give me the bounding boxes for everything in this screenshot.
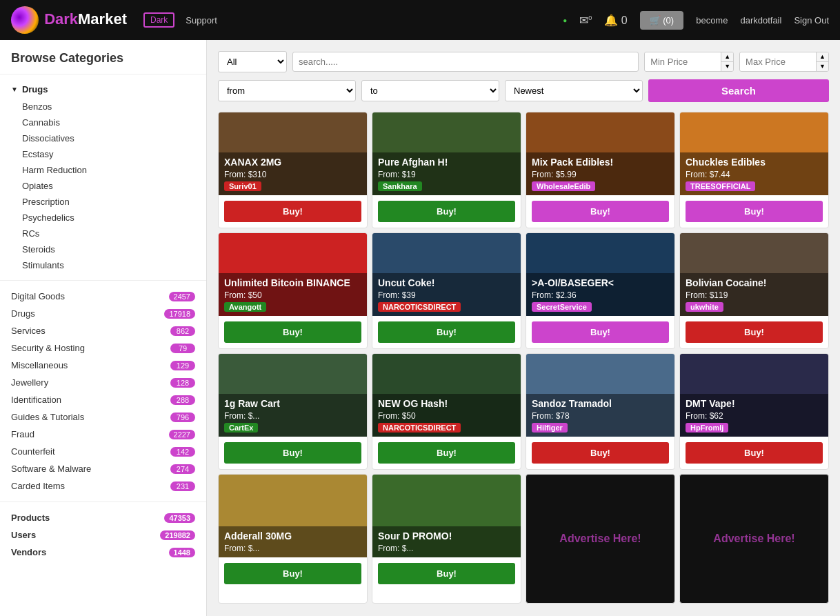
- sidebar-drug-item[interactable]: Harm Reduction: [0, 162, 206, 178]
- buy-button[interactable]: Buy!: [686, 442, 823, 464]
- support-link[interactable]: Support: [186, 15, 217, 26]
- buy-button[interactable]: Buy!: [686, 201, 823, 222]
- sidebar: Browse Categories ▼ Drugs BenzosCannabis…: [0, 40, 207, 616]
- product-title: XANAX 2MG: [224, 157, 361, 168]
- buy-button[interactable]: Buy!: [378, 321, 515, 343]
- sidebar-drug-item[interactable]: Psychedelics: [0, 210, 206, 226]
- sidebar-category-row[interactable]: Identification288: [0, 391, 206, 408]
- buy-button[interactable]: Buy!: [224, 563, 361, 584]
- category-badge: 142: [170, 447, 195, 457]
- category-label: Identification: [11, 395, 61, 405]
- mail-icon[interactable]: ✉0: [579, 14, 592, 27]
- buy-button[interactable]: Buy!: [532, 201, 669, 222]
- product-overlay: Sour D PROMO! From: $...: [372, 526, 521, 557]
- sidebar-drug-item[interactable]: Stimulants: [0, 257, 206, 273]
- sidebar-stat-row[interactable]: Users219882: [0, 526, 206, 544]
- darkdotfail-link[interactable]: darkdotfail: [740, 15, 781, 26]
- advertise-card[interactable]: Advertise Here!: [526, 474, 675, 604]
- cart-button[interactable]: 🛒 (0): [640, 11, 684, 30]
- sidebar-category-row[interactable]: Carded Items231: [0, 477, 206, 495]
- sidebar-drugs-header[interactable]: ▼ Drugs: [0, 80, 206, 99]
- product-overlay: >A-OI/BASEGER< From: $2.36 SecretService: [526, 273, 674, 316]
- product-overlay: Uncut Coke! From: $39 NARCOTICSDIRECT: [372, 273, 521, 316]
- category-badge: 796: [170, 413, 195, 422]
- buy-button[interactable]: Buy!: [378, 442, 515, 464]
- sidebar-drug-item[interactable]: Opiates: [0, 178, 206, 194]
- sidebar-category-row[interactable]: Software & Malware274: [0, 460, 206, 477]
- bell-icon[interactable]: 🔔 0: [604, 14, 627, 27]
- product-card: Unlimited Bitcoin BINANCE From: $50 Avan…: [218, 232, 368, 349]
- logo[interactable]: DarkMarket: [11, 6, 127, 34]
- buy-button[interactable]: Buy!: [224, 321, 361, 343]
- sidebar-category-row[interactable]: Jewellery128: [0, 374, 206, 391]
- search-bar-row1: All ▲ ▼ ▲ ▼: [218, 51, 829, 72]
- product-price: From: $310: [224, 170, 361, 179]
- category-badge: 17918: [164, 309, 195, 319]
- main-layout: Browse Categories ▼ Drugs BenzosCannabis…: [0, 40, 840, 616]
- buy-button[interactable]: Buy!: [378, 201, 515, 222]
- max-price-input[interactable]: [740, 52, 816, 71]
- category-select[interactable]: All: [218, 51, 287, 72]
- product-price: From: $19: [378, 170, 515, 179]
- from-select[interactable]: from: [218, 80, 356, 101]
- buy-button[interactable]: Buy!: [378, 563, 515, 584]
- sidebar-drug-item[interactable]: Prescription: [0, 194, 206, 210]
- max-price-up[interactable]: ▲: [816, 52, 828, 62]
- sidebar-divider-2: [0, 501, 206, 502]
- sidebar-stat-row[interactable]: Vendors1448: [0, 544, 206, 561]
- sidebar-stat-row[interactable]: Products47353: [0, 509, 206, 526]
- search-input[interactable]: [292, 52, 639, 72]
- category-label: Drugs: [11, 308, 35, 319]
- main-content: All ▲ ▼ ▲ ▼ from: [207, 40, 840, 616]
- search-button[interactable]: Search: [648, 79, 829, 102]
- buy-button[interactable]: Buy!: [686, 321, 823, 343]
- product-card: DMT Vape! From: $62 HpFromIj Buy!: [679, 353, 829, 470]
- sidebar-category-row[interactable]: Fraud2227: [0, 426, 206, 443]
- signout-link[interactable]: Sign Out: [794, 15, 829, 26]
- become-link[interactable]: become: [696, 15, 728, 26]
- buy-button[interactable]: Buy!: [532, 442, 669, 464]
- sidebar-category-row[interactable]: Services862: [0, 322, 206, 339]
- sidebar-category-row[interactable]: Digital Goods2457: [0, 288, 206, 305]
- max-price-down[interactable]: ▼: [816, 62, 828, 71]
- sidebar-drug-item[interactable]: Benzos: [0, 99, 206, 115]
- buy-button[interactable]: Buy!: [224, 201, 361, 222]
- category-label: Miscellaneous: [11, 360, 68, 370]
- sidebar-drugs-section: ▼ Drugs BenzosCannabisDissociativesEcsta…: [0, 80, 206, 273]
- min-price-up[interactable]: ▲: [721, 52, 733, 62]
- buy-button[interactable]: Buy!: [532, 321, 669, 343]
- sidebar-category-row[interactable]: Security & Hosting79: [0, 339, 206, 357]
- category-badge: 2457: [169, 292, 195, 301]
- product-price: From: $7.44: [686, 170, 823, 179]
- stat-badge: 47353: [164, 513, 195, 523]
- min-price-spinners: ▲ ▼: [721, 52, 733, 70]
- min-price-input[interactable]: [645, 52, 721, 71]
- product-image: Bolivian Cocaine! From: $119 ukwhite: [680, 233, 828, 316]
- sidebar-category-row[interactable]: Counterfeit142: [0, 443, 206, 460]
- sidebar-drug-item[interactable]: Ecstasy: [0, 146, 206, 162]
- product-image: Unlimited Bitcoin BINANCE From: $50 Avan…: [219, 233, 367, 316]
- sidebar-category-row[interactable]: Drugs17918: [0, 305, 206, 322]
- min-price-down[interactable]: ▼: [721, 62, 733, 71]
- sidebar-category-row[interactable]: Guides & Tutorials796: [0, 408, 206, 426]
- sidebar-drug-item[interactable]: Cannabis: [0, 115, 206, 130]
- buy-button[interactable]: Buy!: [224, 442, 361, 464]
- product-overlay: Mix Pack Edibles! From: $5.99 WholesaleE…: [526, 152, 674, 195]
- sidebar-stat-list: Products47353Users219882Vendors1448: [0, 509, 206, 561]
- advertise-card[interactable]: Advertise Here!: [679, 474, 829, 604]
- product-title: Adderall 30MG: [224, 530, 361, 542]
- advertise-text: Advertise Here!: [702, 521, 806, 556]
- product-price: From: $78: [532, 411, 669, 421]
- sidebar-category-row[interactable]: Miscellaneous129: [0, 357, 206, 374]
- sidebar-drug-item[interactable]: Steroids: [0, 241, 206, 257]
- product-price: From: $39: [378, 290, 515, 300]
- product-vendor: Avangott: [224, 302, 266, 312]
- to-select[interactable]: to: [361, 80, 499, 101]
- sort-select[interactable]: Newest: [505, 80, 643, 101]
- product-title: Pure Afghan H!: [378, 157, 515, 168]
- sidebar-drug-item[interactable]: Dissociatives: [0, 130, 206, 146]
- category-badge: 129: [170, 361, 195, 370]
- product-card: Pure Afghan H! From: $19 Sankhara Buy!: [372, 112, 521, 228]
- product-card: Mix Pack Edibles! From: $5.99 WholesaleE…: [526, 112, 675, 228]
- sidebar-drug-item[interactable]: RCs: [0, 226, 206, 241]
